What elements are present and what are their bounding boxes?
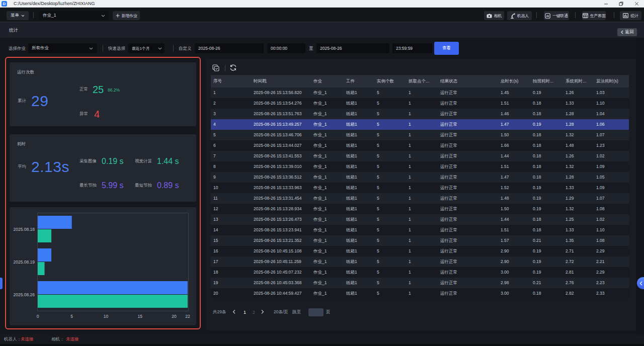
table-row[interactable]: 122025-08-26 15:13:28.934作业_1纸箱151运行正常1.… bbox=[211, 204, 629, 214]
table-row[interactable]: 92025-08-26 15:13:36.512作业_1纸箱151运行正常1.4… bbox=[211, 172, 629, 183]
table-row[interactable]: 12025-08-26 15:13:56.820作业_1纸箱151运行正常1.4… bbox=[211, 88, 629, 98]
duration-metric-label: 最长节拍 bbox=[79, 183, 97, 189]
table-cell: 1.26 bbox=[563, 88, 594, 98]
toolbar-button-统计[interactable]: 统计 bbox=[620, 11, 641, 20]
filter-separator bbox=[173, 45, 174, 52]
table-cell: 16 bbox=[211, 246, 251, 256]
runs-bar-chart-card: 2025.08.182025.08.192025.08.260510152022 bbox=[10, 207, 196, 325]
start-date-input[interactable]: 2025-08-26 bbox=[195, 43, 264, 53]
chart-bar-正常 bbox=[38, 229, 51, 242]
table-cell: 0.18 bbox=[530, 140, 563, 151]
back-button[interactable]: 返回 bbox=[617, 28, 637, 36]
batch-select-button[interactable] bbox=[212, 64, 219, 73]
table-cell: 5 bbox=[374, 278, 406, 288]
toolbar-button-机器人[interactable]: 机器人 bbox=[507, 11, 532, 20]
window-title: C:/Users/dex/Desktop/luzhen/ZHIXIANG bbox=[14, 0, 95, 8]
table-row[interactable]: 52025-08-26 15:13:46.706作业_1纸箱151运行正常1.5… bbox=[211, 130, 629, 140]
table-cell: 1.32 bbox=[563, 161, 594, 172]
table-cell: 2.29 bbox=[594, 267, 629, 278]
chevron-right-icon bbox=[261, 310, 264, 314]
page-number-2[interactable]: 2 bbox=[253, 310, 255, 315]
job-select-value: 作业_1 bbox=[43, 13, 56, 19]
table-cell: 5 bbox=[374, 235, 406, 246]
toolbar-button-生产界面[interactable]: 生产界面 bbox=[582, 11, 606, 20]
table-cell: 1.44 bbox=[498, 214, 530, 225]
table-row[interactable]: 162025-08-26 10:45:15.108作业_1纸箱151运行正常2.… bbox=[211, 246, 629, 256]
table-cell: 作业_1 bbox=[311, 183, 344, 193]
menu-button[interactable]: 菜单 bbox=[7, 11, 29, 20]
table-cell: 1.10 bbox=[594, 98, 629, 109]
table-row[interactable]: 152025-08-26 15:13:21.352作业_1纸箱151运行正常1.… bbox=[211, 235, 629, 246]
camera-icon bbox=[487, 14, 492, 18]
table-row[interactable]: 72025-08-26 15:13:41.553作业_1纸箱151运行正常1.4… bbox=[211, 151, 629, 161]
table-cell: 2025-08-26 15:13:44.027 bbox=[251, 140, 311, 151]
status-bar: 机器人： 未连接 相机： 未连接 bbox=[0, 334, 644, 346]
quick-filter-select[interactable]: 最近1个月 bbox=[128, 43, 165, 53]
window-close-button[interactable] bbox=[633, 1, 640, 7]
end-date-input[interactable]: 2025-08-26 bbox=[316, 43, 389, 53]
window-maximize-button[interactable] bbox=[617, 1, 624, 7]
minimize-icon bbox=[604, 2, 608, 6]
table-cell: 纸箱1 bbox=[344, 88, 374, 98]
table-row[interactable]: 142025-08-26 15:13:23.941作业_1纸箱151运行正常1.… bbox=[211, 225, 629, 235]
table-row[interactable]: 202025-08-26 10:44:59.427作业_1纸箱151运行正常3.… bbox=[211, 288, 629, 299]
table-cell: 2025-08-26 15:13:56.820 bbox=[251, 88, 311, 98]
left-drawer-handle[interactable] bbox=[0, 278, 3, 289]
table-cell: 0.19 bbox=[530, 246, 563, 256]
chevron-down-icon bbox=[89, 47, 93, 50]
table-cell: 5 bbox=[374, 214, 406, 225]
page-size-label[interactable]: 20条/页 bbox=[274, 309, 288, 315]
toolbar-button-label: 机器人 bbox=[517, 13, 529, 19]
table-row[interactable]: 112025-08-26 15:13:31.454作业_1纸箱151运行正常1.… bbox=[211, 193, 629, 204]
menu-bar: 菜单 作业_1 新增作业 相机机器人AI一键联通生产界面统计 bbox=[0, 8, 644, 22]
table-row[interactable]: 192025-08-26 10:45:03.368作业_1纸箱151运行正常2.… bbox=[211, 278, 629, 288]
jump-page-input[interactable] bbox=[308, 308, 324, 316]
table-cell: 纸箱1 bbox=[344, 278, 374, 288]
table-cell: 5 bbox=[374, 140, 406, 151]
refresh-button[interactable] bbox=[229, 64, 237, 73]
add-job-button[interactable]: 新增作业 bbox=[113, 11, 140, 20]
table-cell: 1.48 bbox=[498, 193, 530, 204]
table-cell: 作业_1 bbox=[311, 204, 344, 214]
view-button[interactable]: 查看 bbox=[434, 42, 459, 55]
robot-status-label: 机器人： bbox=[4, 334, 21, 344]
window-minimize-button[interactable] bbox=[602, 1, 609, 7]
table-cell: 运行正常 bbox=[438, 151, 498, 161]
toolbar-button-相机[interactable]: 相机 bbox=[484, 11, 504, 20]
table-row[interactable]: 62025-08-26 15:13:44.027作业_1纸箱151运行正常1.6… bbox=[211, 140, 629, 151]
job-filter-select[interactable]: 所有作业 bbox=[28, 43, 97, 53]
refresh-icon bbox=[229, 64, 237, 71]
start-time-input[interactable]: 00:00:00 bbox=[267, 43, 305, 53]
table-row[interactable]: 22025-08-26 15:13:54.276作业_1纸箱151运行正常1.5… bbox=[211, 98, 629, 109]
table-cell: 作业_1 bbox=[311, 109, 344, 119]
table-row[interactable]: 172025-08-26 10:45:11.259作业_1纸箱151运行正常2.… bbox=[211, 256, 629, 267]
table-cell: 作业_1 bbox=[311, 88, 344, 98]
page-number-1[interactable]: 1 bbox=[244, 310, 246, 315]
toolbar-separator bbox=[575, 12, 576, 18]
table-cell: 14 bbox=[211, 225, 251, 235]
pagination-total: 共29条 bbox=[213, 309, 226, 315]
job-select[interactable]: 作业_1 bbox=[39, 11, 109, 20]
table-row[interactable]: 132025-08-26 15:13:26.473作业_1纸箱151运行正常1.… bbox=[211, 214, 629, 225]
chart-category-label: 2025.08.26 bbox=[13, 292, 35, 297]
table-row[interactable]: 102025-08-26 15:13:33.963作业_1纸箱151运行正常1.… bbox=[211, 183, 629, 193]
toolbar-button-label: 统计 bbox=[630, 13, 638, 19]
toolbar-separator bbox=[225, 65, 225, 71]
table-cell: 2025-08-26 15:13:23.941 bbox=[251, 225, 311, 235]
next-page-button[interactable] bbox=[261, 310, 264, 315]
end-time-input[interactable]: 23:59:59 bbox=[392, 43, 432, 53]
table-cell: 1.08 bbox=[594, 204, 629, 214]
table-cell: 1.32 bbox=[563, 204, 594, 214]
chart-tick-label: 0 bbox=[37, 314, 39, 319]
table-cell: 运行正常 bbox=[438, 246, 498, 256]
table-row[interactable]: 32025-08-26 15:13:51.763作业_1纸箱151运行正常1.4… bbox=[211, 109, 629, 119]
table-cell: 0.21 bbox=[530, 278, 563, 288]
prev-page-button[interactable] bbox=[232, 310, 235, 315]
table-cell: 1 bbox=[406, 130, 438, 140]
table-row[interactable]: 42025-08-26 15:13:49.257作业_1纸箱151运行正常1.4… bbox=[211, 119, 629, 130]
table-row[interactable]: 182025-08-26 10:45:07.232作业_1纸箱151运行正常3.… bbox=[211, 267, 629, 278]
table-row[interactable]: 82025-08-26 15:13:39.010作业_1纸箱151运行正常1.5… bbox=[211, 161, 629, 172]
table-cell: 2025-08-26 15:13:28.934 bbox=[251, 204, 311, 214]
filter-separator bbox=[103, 45, 103, 52]
toolbar-button-一键联通[interactable]: AI一键联通 bbox=[544, 11, 569, 20]
